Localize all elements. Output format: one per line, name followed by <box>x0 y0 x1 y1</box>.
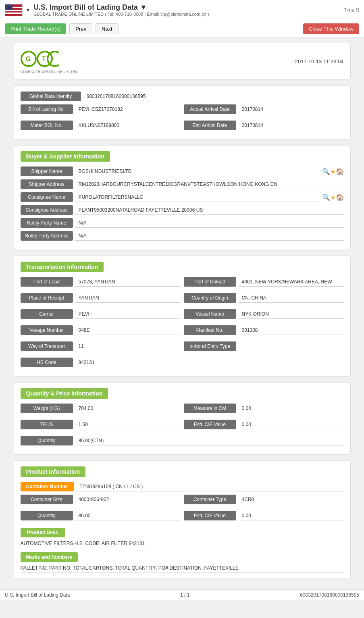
container-size-label: Container Size <box>21 495 73 504</box>
actual-arrival-label: Actual Arrival Date <box>184 104 236 114</box>
consignee-home-icon[interactable]: 🏠 <box>336 194 344 201</box>
quantity-price-title: Quantity & Price Information <box>21 388 108 399</box>
hs-code-label: HS Code <box>21 358 73 367</box>
port-unload-label: Port of Unload <box>184 277 236 287</box>
top-bar-left: ★ ▼ U.S. Import Bill of Lading Data ▼ GL… <box>5 3 209 17</box>
notify-address-row: Notify Party Address N/A <box>21 231 344 241</box>
notify-address-value: N/A <box>75 231 344 241</box>
manifest-value: 001308 <box>239 326 344 335</box>
main-content: G T GLOBAL TRADE ONLINE LIMITED 2017-10-… <box>9 38 356 589</box>
way-transport-value: 11 <box>75 342 181 351</box>
quantity-value: 86.00(CTN) <box>75 436 344 445</box>
quantity-grid: Weight (KG) 704.00 Measure in CM 0.00 TE… <box>21 404 344 433</box>
product-desc-button[interactable]: Product Desc <box>21 528 65 537</box>
actual-arrival-value: 20170814 <box>239 105 344 114</box>
measure-value: 0.00 <box>239 404 344 413</box>
measure-row: Measure in CM 0.00 <box>184 404 344 413</box>
vessel-name-value: NYK ORION <box>239 310 344 319</box>
consignee-address-row: Consignee Address PLANT95003200NATALROAD… <box>21 205 344 215</box>
bol-rows: Bill of Lading No. PEVHCSZ17070182 Actua… <box>21 104 344 133</box>
shipper-home-icon[interactable]: 🏠 <box>336 168 344 175</box>
hs-code-value: 842131 <box>75 358 344 367</box>
product-info-card: Product Information Container Number TTN… <box>14 460 351 579</box>
shipper-address-row: Shipper Address RM12023HARBOURCRYSTALCEN… <box>21 179 344 189</box>
page-footer: U.S. Import Bill of Lading Data 1 / 1 60… <box>0 589 364 600</box>
esti-cif-label: Esti. CIF Value <box>184 420 236 429</box>
transportation-card: Transportation Information Port of Load … <box>14 256 351 377</box>
place-receipt-row: Place of Receipt YANTIAN <box>21 293 181 303</box>
inbond-row: In-bond Entry Type <box>184 341 344 351</box>
country-origin-row: Country of Origin CN, CHINA <box>184 293 344 303</box>
identity-row: Global Data Identity 6003201708160000136… <box>21 92 344 101</box>
inbond-label: In-bond Entry Type <box>184 341 236 351</box>
place-receipt-label: Place of Receipt <box>21 293 73 303</box>
shipper-name-row: Shipper Name BOSHIINDUSTRIESLTD 🔍 ★ 🏠 <box>21 166 344 176</box>
country-origin-value: CN, CHINA <box>239 293 344 303</box>
product-desc-text: AUTOMOTIVE FILTERS H.S. CODE: AIR FILTER… <box>21 539 344 548</box>
country-origin-label: Country of Origin <box>184 293 236 303</box>
page-title: U.S. Import Bill of Lading Data ▼ <box>33 3 209 12</box>
notify-name-row: Notify Party Name N/A <box>21 218 344 228</box>
shipper-star-icon[interactable]: ★ <box>330 168 336 175</box>
product-desc-section: Product Desc AUTOMOTIVE FILTERS H.S. COD… <box>21 528 344 548</box>
close-button[interactable]: Close This Window <box>303 23 359 34</box>
voyage-label: Voyage Number <box>21 325 73 335</box>
measure-label: Measure in CM <box>184 404 236 413</box>
title-area: U.S. Import Bill of Lading Data ▼ GLOBAL… <box>33 3 209 17</box>
flag-stars: ★ <box>5 4 12 10</box>
product-quantity-label: Quantity <box>21 511 73 520</box>
container-number-value: TTNU8296108 ( CN / L / CS ) <box>76 482 343 491</box>
port-load-label: Port of Load <box>21 277 73 287</box>
weight-value: 704.00 <box>75 404 181 413</box>
print-button[interactable]: Print Trade Record(s) <box>5 23 66 34</box>
gtc-circles: G T <box>21 49 69 69</box>
time-label: Time R <box>344 7 359 13</box>
inbond-value <box>239 345 344 348</box>
container-type-value: 4CR0 <box>239 495 344 504</box>
notify-name-label: Notify Party Name <box>21 218 73 228</box>
container-number-row: Container Number TTNU8296108 ( CN / L / … <box>21 482 344 491</box>
shipper-name-label: Shipper Name <box>21 166 73 176</box>
footer-left: U.S. Import Bill of Lading Data <box>5 592 70 598</box>
us-flag: ★ <box>5 4 23 16</box>
transport-grid: Port of Load 57078, YANTIAN Port of Unlo… <box>21 277 344 354</box>
next-button[interactable]: Next <box>96 23 119 34</box>
top-bar: ★ ▼ U.S. Import Bill of Lading Data ▼ GL… <box>0 0 364 20</box>
esti-arrival-label: Esti Arrival Date <box>184 121 236 130</box>
shipper-address-value: RM12023HARBOURCRYSTALCENTRE100GRANVTSTEA… <box>75 180 344 189</box>
vessel-name-label: Vessel Name <box>184 309 236 319</box>
marks-button[interactable]: Marks and Numbers <box>21 552 78 562</box>
place-receipt-value: YANTIAN <box>75 293 181 303</box>
marks-section: Marks and Numbers PALLET NO: PART NO: TO… <box>21 552 344 573</box>
shipper-search-icon[interactable]: 🔍 <box>322 168 330 175</box>
notify-name-value: N/A <box>75 218 344 228</box>
flag-dropdown[interactable]: ▼ <box>26 8 30 12</box>
gtc-logo: G T GLOBAL TRADE ONLINE LIMITED <box>21 49 78 74</box>
marks-text: PALLET NO: PART NO: TOTAL CARTONS: TOTAL… <box>21 564 344 573</box>
shipper-name-value: BOSHIINDUSTRIESLTD <box>75 167 320 176</box>
notify-address-label: Notify Party Address <box>21 231 73 241</box>
master-bol-row: Mater BOL No. KKLUSN07189800 <box>21 121 181 130</box>
company-info: GLOBAL TRADE ONLINE LIMITED ( Tel: 400-7… <box>33 12 209 17</box>
weight-row: Weight (KG) 704.00 <box>21 404 181 413</box>
container-number-button[interactable]: Container Number <box>21 482 74 491</box>
consignee-search-icon[interactable]: 🔍 <box>322 194 330 201</box>
buyer-supplier-title: Buyer & Supplier Information <box>21 151 110 162</box>
product-info-title: Product Information <box>21 466 86 477</box>
consignee-address-value: PLANT95003200NATALROAD FAYETTEVILLE 2830… <box>75 206 344 215</box>
bol-value: PEVHCSZ17070182 <box>75 105 181 114</box>
container-size-row: Container Size 4000*806*802 <box>21 495 181 504</box>
esti-arrival-value: 20170814 <box>239 121 344 130</box>
port-load-value: 57078, YANTIAN <box>75 277 181 287</box>
footer-right: 6003201708160000136595 <box>300 592 359 598</box>
carrier-value: PEVH <box>75 310 181 319</box>
esti-cif-value: 0.00 <box>239 420 344 429</box>
footer-center: 1 / 1 <box>180 592 189 598</box>
prev-button[interactable]: Prev <box>69 23 92 34</box>
hs-code-row: HS Code 842131 <box>21 358 344 367</box>
product-esti-cif-row: Esti. CIF Value 0.00 <box>184 511 344 520</box>
identity-value: 6003201708160000136595 <box>83 92 149 101</box>
transportation-title: Transportation Information <box>21 262 104 272</box>
consignee-star-icon[interactable]: ★ <box>330 194 336 201</box>
consignee-name-row: Consignee Name PUROLATORFILTERSNALLC 🔍 ★… <box>21 192 344 202</box>
